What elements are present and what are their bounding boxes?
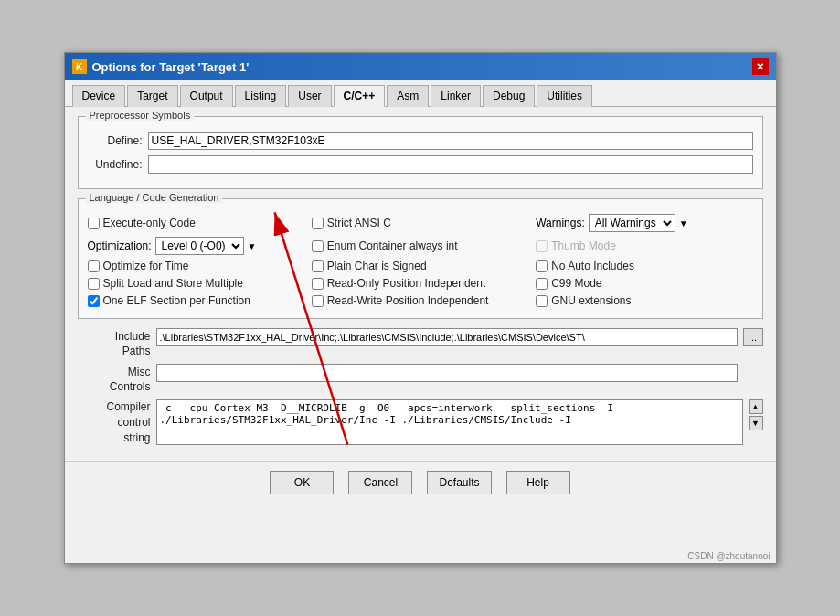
help-button[interactable]: Help [506, 471, 570, 494]
no-auto-includes-checkbox[interactable] [536, 260, 548, 272]
strict-ansi-row: Strict ANSI C [312, 217, 528, 229]
strict-ansi-label: Strict ANSI C [327, 217, 391, 229]
misc-controls-label: Misc Controls [78, 364, 151, 394]
split-load-label: Split Load and Store Multiple [103, 277, 243, 290]
scroll-up-button[interactable]: ▲ [749, 399, 763, 414]
thumb-mode-row: Thumb Mode [536, 239, 752, 252]
bottom-bar: OK Cancel Defaults Help [65, 461, 776, 504]
warnings-select[interactable]: All Warnings No Warnings MISRA [589, 214, 675, 232]
c99-label: C99 Mode [551, 277, 601, 290]
c99-checkbox[interactable] [536, 278, 548, 290]
execute-only-checkbox[interactable] [88, 218, 100, 229]
optimize-time-row: Optimize for Time [88, 260, 304, 272]
main-dialog: K Options for Target 'Target 1' ✕ Device… [64, 52, 777, 564]
scrollbar-buttons: ▲ ▼ [749, 399, 763, 430]
c99-row: C99 Mode [536, 277, 752, 290]
dialog-body: Preprocessor Symbols Define: Undefine: L… [65, 107, 776, 461]
tab-asm[interactable]: Asm [387, 85, 429, 107]
optimize-time-checkbox[interactable] [88, 260, 100, 272]
read-only-label: Read-Only Position Independent [327, 277, 485, 290]
title-bar: K Options for Target 'Target 1' ✕ [65, 53, 776, 80]
include-paths-input[interactable] [156, 328, 738, 346]
tab-target[interactable]: Target [127, 85, 177, 107]
optimization-select[interactable]: Level 0 (-O0) Level 1 Level 2 Level 3 [155, 237, 244, 255]
gnu-ext-label: GNU extensions [551, 294, 631, 307]
cancel-button[interactable]: Cancel [348, 471, 412, 494]
no-auto-includes-row: No Auto Includes [536, 260, 752, 272]
define-input[interactable] [148, 132, 753, 150]
gnu-ext-checkbox[interactable] [536, 295, 548, 307]
no-auto-includes-label: No Auto Includes [551, 260, 634, 272]
read-write-row: Read-Write Position Independent [312, 294, 528, 307]
include-paths-label: Include Paths [78, 328, 151, 358]
gnu-ext-row: GNU extensions [536, 294, 752, 307]
tab-listing[interactable]: Listing [235, 85, 287, 107]
read-write-label: Read-Write Position Independent [327, 294, 489, 307]
enum-container-checkbox[interactable] [312, 240, 324, 252]
tab-utilities[interactable]: Utilities [537, 85, 592, 107]
preprocessor-section: Preprocessor Symbols Define: Undefine: [78, 116, 763, 189]
optimization-label: Optimization: [88, 239, 152, 252]
plain-char-checkbox[interactable] [312, 260, 324, 272]
execute-only-row: Execute-only Code [88, 217, 304, 229]
plain-char-row: Plain Char is Signed [312, 260, 528, 272]
one-elf-checkbox[interactable] [88, 295, 100, 307]
compiler-area: Compiler control string -c --cpu Cortex-… [78, 399, 763, 445]
close-button[interactable]: ✕ [752, 58, 769, 75]
tab-device[interactable]: Device [72, 85, 126, 107]
language-section: Language / Code Generation Execute-only … [78, 198, 763, 319]
thumb-mode-checkbox[interactable] [536, 240, 548, 252]
enum-container-row: Enum Container always int [312, 239, 528, 252]
ok-button[interactable]: OK [270, 471, 334, 494]
tab-output[interactable]: Output [180, 85, 233, 107]
one-elf-label: One ELF Section per Function [103, 294, 250, 307]
undefine-label: Undefine: [88, 158, 143, 171]
undefine-input[interactable] [148, 155, 753, 174]
split-load-checkbox[interactable] [88, 278, 100, 290]
compiler-label: Compiler control string [78, 399, 151, 445]
include-browse-button[interactable]: ... [743, 328, 763, 346]
app-icon: K [72, 59, 87, 74]
language-title: Language / Code Generation [86, 192, 223, 203]
scroll-down-button[interactable]: ▼ [749, 416, 763, 430]
watermark: CSDN @zhoutanooi [687, 551, 770, 561]
tab-bar: Device Target Output Listing User C/C++ … [65, 80, 776, 107]
strict-ansi-checkbox[interactable] [312, 218, 324, 229]
read-write-checkbox[interactable] [312, 295, 324, 307]
split-load-row: Split Load and Store Multiple [88, 277, 304, 290]
preprocessor-title: Preprocessor Symbols [86, 110, 195, 121]
misc-controls-row: Misc Controls [78, 364, 763, 394]
read-only-checkbox[interactable] [312, 278, 324, 290]
undefine-row: Undefine: [88, 155, 753, 174]
tab-user[interactable]: User [288, 85, 331, 107]
tab-linker[interactable]: Linker [431, 85, 481, 107]
execute-only-label: Execute-only Code [103, 217, 196, 229]
read-only-row: Read-Only Position Independent [312, 277, 528, 290]
thumb-mode-label: Thumb Mode [551, 239, 616, 252]
one-elf-row: One ELF Section per Function [88, 294, 304, 307]
plain-char-label: Plain Char is Signed [327, 260, 427, 272]
defaults-button[interactable]: Defaults [427, 471, 491, 494]
tab-debug[interactable]: Debug [483, 85, 535, 107]
misc-controls-input[interactable] [156, 364, 738, 382]
enum-container-label: Enum Container always int [327, 239, 458, 252]
define-row: Define: [88, 132, 753, 150]
optimize-time-label: Optimize for Time [103, 260, 189, 272]
define-label: Define: [88, 134, 143, 147]
warnings-label: Warnings: [536, 217, 585, 229]
tab-cpp[interactable]: C/C++ [334, 85, 386, 107]
dialog-title: Options for Target 'Target 1' [92, 60, 250, 74]
compiler-textarea[interactable]: -c --cpu Cortex-M3 -D__MICROLIB -g -O0 -… [156, 399, 743, 445]
include-paths-row: Include Paths ... [78, 328, 763, 358]
